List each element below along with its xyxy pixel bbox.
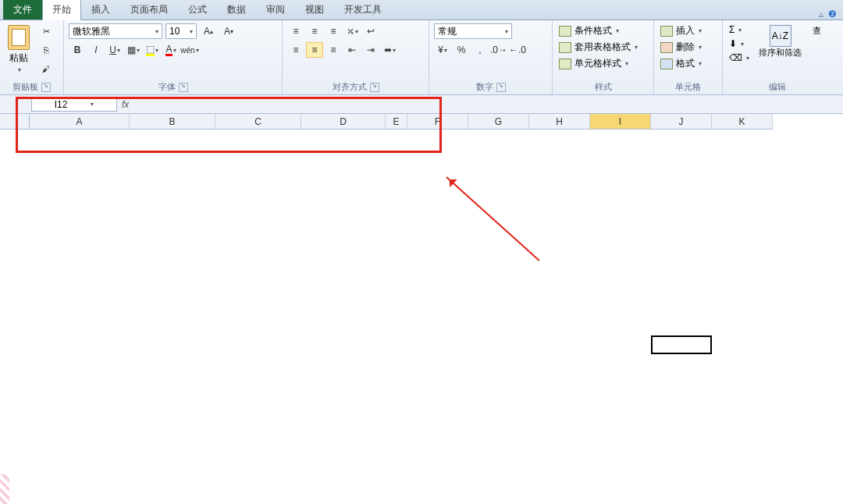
find-select-button[interactable]: 查: [809, 23, 824, 64]
col-header-H[interactable]: H: [529, 114, 590, 130]
menu-tabs: 文件 开始 插入 页面布局 公式 数据 审阅 视图 开发工具 ▵ ❷: [0, 0, 843, 20]
selection-rectangle: [651, 335, 712, 354]
increase-indent-icon[interactable]: ⇥: [362, 42, 379, 58]
group-title-cells: 单元格: [675, 81, 701, 93]
comma-icon[interactable]: ,: [471, 42, 489, 58]
italic-button[interactable]: I: [87, 42, 105, 58]
group-font: 微软雅黑▾ 10▾ A▴ A▾ B I U▾ ▦▾ ⬚▾ A▾ wén▾ 字体: [64, 20, 283, 94]
decrease-indent-icon[interactable]: ⇤: [343, 42, 361, 58]
col-header-D[interactable]: D: [301, 114, 386, 130]
align-middle-icon[interactable]: ≡: [306, 23, 323, 39]
currency-icon[interactable]: ¥▾: [434, 42, 451, 58]
col-header-F[interactable]: F: [407, 114, 468, 130]
paste-icon: [8, 25, 30, 50]
align-right-icon[interactable]: ≡: [325, 42, 342, 58]
sort-filter-button[interactable]: A↓Z 排序和筛选: [756, 23, 805, 64]
group-styles: 条件格式▾ 套用表格格式▾ 单元格样式▾ 样式: [553, 20, 654, 94]
group-title-edit: 编辑: [769, 81, 786, 93]
decrease-font-icon[interactable]: A▾: [220, 23, 237, 39]
align-center-icon[interactable]: ≡: [306, 42, 323, 58]
insert-icon: [660, 26, 673, 37]
bold-button[interactable]: B: [69, 42, 86, 58]
decrease-decimal-icon[interactable]: ←.0: [509, 42, 526, 58]
name-box[interactable]: I12▾: [31, 97, 117, 112]
font-name-select[interactable]: 微软雅黑▾: [69, 23, 162, 39]
align-left-icon[interactable]: ≡: [287, 42, 304, 58]
group-title-styles: 样式: [595, 81, 612, 93]
copy-icon[interactable]: [37, 42, 55, 58]
phonetic-button[interactable]: wén▾: [181, 42, 198, 58]
underline-button[interactable]: U▾: [106, 42, 123, 58]
paste-button[interactable]: 粘贴 ▾: [5, 23, 33, 76]
cell-styles-button[interactable]: 单元格样式▾: [557, 56, 649, 71]
watermark-strip: [0, 474, 9, 504]
font-size-select[interactable]: 10▾: [165, 23, 197, 39]
tab-layout[interactable]: 页面布局: [120, 0, 178, 20]
number-format-select[interactable]: 常规▾: [434, 23, 512, 39]
sort-filter-icon: A↓Z: [770, 25, 791, 47]
table-format-icon: [559, 42, 571, 53]
tab-dev[interactable]: 开发工具: [334, 0, 392, 20]
col-header-J[interactable]: J: [651, 114, 712, 130]
delete-cells-button[interactable]: 删除▾: [659, 40, 717, 55]
col-header-I[interactable]: I: [590, 114, 651, 130]
col-header-E[interactable]: E: [386, 114, 407, 130]
increase-decimal-icon[interactable]: .0→: [490, 42, 507, 58]
col-header-G[interactable]: G: [468, 114, 529, 130]
group-cells: 插入▾ 删除▾ 格式▾ 单元格: [654, 20, 723, 94]
chevron-down-icon: ▾: [18, 66, 21, 73]
help-icon[interactable]: ❷: [828, 9, 837, 20]
group-align: ≡ ≡ ≡ ⤰▾ ↩ ≡ ≡ ≡ ⇤ ⇥ ⬌▾ 对齐方式: [283, 20, 429, 94]
annotation-red-arrow: [446, 176, 539, 261]
tab-home[interactable]: 开始: [42, 0, 81, 20]
increase-font-icon[interactable]: A▴: [200, 23, 217, 39]
fx-icon[interactable]: fx: [122, 99, 129, 110]
autosum-button[interactable]: Σ▾: [727, 23, 751, 36]
group-title-number: 数字: [476, 81, 493, 93]
format-painter-icon[interactable]: [37, 61, 55, 76]
dialog-launcher-icon[interactable]: [179, 83, 188, 92]
cut-icon[interactable]: [37, 23, 55, 39]
group-clipboard: 粘贴 ▾ 剪贴板: [0, 20, 64, 94]
conditional-format-icon: [559, 26, 571, 37]
fill-color-button[interactable]: ⬚▾: [144, 42, 161, 58]
delete-icon: [660, 42, 673, 53]
dialog-launcher-icon[interactable]: [41, 83, 51, 92]
minimize-ribbon-icon[interactable]: ▵: [819, 9, 823, 20]
cell-styles-icon: [559, 59, 571, 69]
format-icon: [660, 59, 673, 69]
insert-cells-button[interactable]: 插入▾: [659, 23, 717, 38]
fill-button[interactable]: ⬇▾: [727, 37, 751, 50]
tab-review[interactable]: 审阅: [256, 0, 295, 20]
col-header-A[interactable]: A: [30, 114, 130, 130]
col-header-K[interactable]: K: [712, 114, 773, 130]
merge-center-icon[interactable]: ⬌▾: [381, 42, 398, 58]
col-header-C[interactable]: C: [215, 114, 301, 130]
formula-bar: I12▾ fx: [0, 95, 843, 114]
align-bottom-icon[interactable]: ≡: [325, 23, 342, 39]
dialog-launcher-icon[interactable]: [370, 83, 379, 92]
align-top-icon[interactable]: ≡: [287, 23, 304, 39]
ribbon: 粘贴 ▾ 剪贴板 微软雅黑▾ 10▾ A▴ A▾ B I U▾ ▦▾: [0, 20, 843, 95]
tab-insert[interactable]: 插入: [81, 0, 120, 20]
group-title-align: 对齐方式: [333, 81, 367, 93]
tab-view[interactable]: 视图: [295, 0, 334, 20]
select-all-corner[interactable]: [0, 114, 30, 130]
worksheet-grid[interactable]: A B C D E F G H I J K: [0, 114, 843, 130]
font-color-button[interactable]: A▾: [162, 42, 180, 58]
tab-formula[interactable]: 公式: [178, 0, 217, 20]
orientation-icon[interactable]: ⤰▾: [343, 23, 361, 39]
conditional-format-button[interactable]: 条件格式▾: [557, 23, 649, 38]
table-format-button[interactable]: 套用表格格式▾: [557, 40, 649, 55]
percent-icon[interactable]: %: [453, 42, 470, 58]
wrap-text-icon[interactable]: ↩: [362, 23, 379, 39]
tab-data[interactable]: 数据: [217, 0, 256, 20]
group-title-font: 字体: [158, 81, 176, 93]
tab-file[interactable]: 文件: [3, 0, 42, 20]
border-button[interactable]: ▦▾: [125, 42, 142, 58]
col-header-B[interactable]: B: [130, 114, 215, 130]
clear-button[interactable]: ⌫▾: [727, 51, 751, 64]
format-cells-button[interactable]: 格式▾: [659, 56, 717, 71]
group-title-clipboard: 剪贴板: [12, 81, 38, 93]
dialog-launcher-icon[interactable]: [496, 83, 506, 92]
